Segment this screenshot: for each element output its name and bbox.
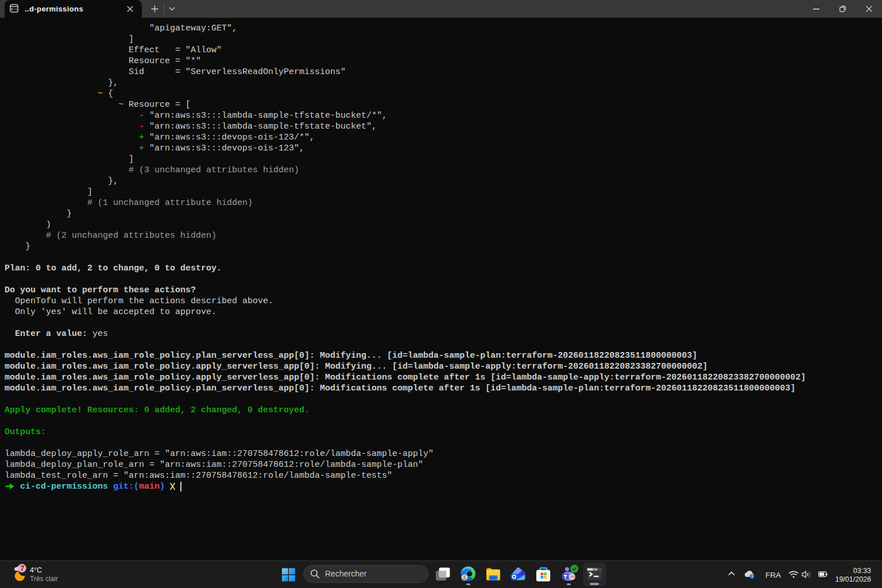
svg-text:7: 7 xyxy=(20,564,24,572)
svg-text:C:\: C:\ xyxy=(11,7,17,11)
svg-text:AO: AO xyxy=(570,575,575,578)
